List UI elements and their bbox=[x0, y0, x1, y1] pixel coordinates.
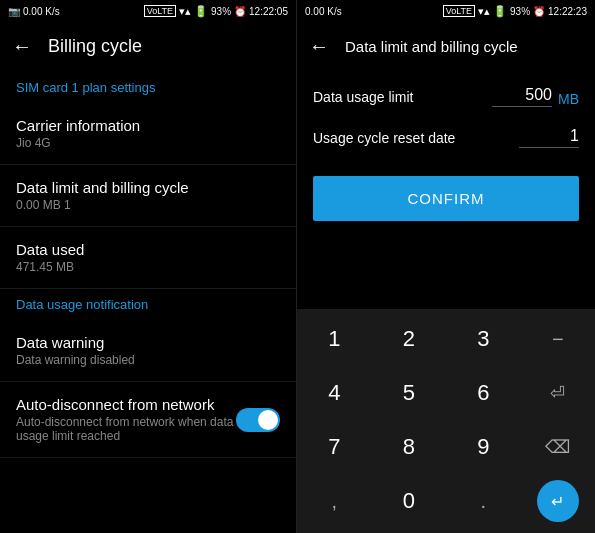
right-status-right: VoLTE ▾▴ 🔋 93% ⏰ 12:22:23 bbox=[443, 5, 587, 18]
carrier-information-subtitle: Jio 4G bbox=[16, 136, 280, 150]
numpad-key-enter-bottom[interactable]: ↵ bbox=[523, 475, 593, 527]
data-usage-limit-unit: MB bbox=[558, 91, 579, 107]
confirm-button[interactable]: CONFIRM bbox=[313, 176, 579, 221]
video-icon: 📷 bbox=[8, 6, 20, 17]
right-header: ← Data limit and billing cycle bbox=[297, 22, 595, 70]
data-limit-billing-title: Data limit and billing cycle bbox=[16, 179, 280, 196]
left-back-button[interactable]: ← bbox=[12, 35, 32, 58]
usage-cycle-reset-input[interactable] bbox=[519, 127, 579, 148]
numpad-key-6[interactable]: 6 bbox=[448, 367, 518, 419]
auto-disconnect-item: Auto-disconnect from network Auto-discon… bbox=[0, 382, 296, 458]
auto-disconnect-title: Auto-disconnect from network bbox=[16, 396, 236, 413]
numpad-key-minus[interactable]: − bbox=[523, 313, 593, 365]
data-limit-billing-item[interactable]: Data limit and billing cycle 0.00 MB 1 bbox=[0, 165, 296, 227]
numpad-row-4: , 0 . ↵ bbox=[297, 475, 595, 527]
numpad-key-enter-top[interactable]: ⏎ bbox=[523, 367, 593, 419]
left-status-speed: 📷 0.00 K/s bbox=[8, 6, 60, 17]
data-usage-limit-row: Data usage limit MB bbox=[313, 86, 579, 107]
data-usage-limit-input[interactable] bbox=[492, 86, 552, 107]
carrier-information-item[interactable]: Carrier information Jio 4G bbox=[0, 103, 296, 165]
numpad-key-backspace[interactable]: ⌫ bbox=[523, 421, 593, 473]
usage-cycle-reset-input-group bbox=[519, 127, 579, 148]
right-status-bar: 0.00 K/s VoLTE ▾▴ 🔋 93% ⏰ 12:22:23 bbox=[297, 0, 595, 22]
right-signal-icon: ▾▴ bbox=[478, 5, 490, 18]
signal-icon: ▾▴ bbox=[179, 5, 191, 18]
numpad-row-3: 7 8 9 ⌫ bbox=[297, 421, 595, 473]
numpad-key-3[interactable]: 3 bbox=[448, 313, 518, 365]
numpad-key-1[interactable]: 1 bbox=[299, 313, 369, 365]
right-panel: 0.00 K/s VoLTE ▾▴ 🔋 93% ⏰ 12:22:23 ← Dat… bbox=[297, 0, 595, 533]
right-battery-icon: 🔋 bbox=[493, 5, 507, 18]
auto-disconnect-subtitle: Auto-disconnect from network when data u… bbox=[16, 415, 236, 443]
right-status-speed: 0.00 K/s bbox=[305, 6, 342, 17]
data-used-title: Data used bbox=[16, 241, 280, 258]
data-warning-title: Data warning bbox=[16, 334, 280, 351]
numpad-key-comma[interactable]: , bbox=[299, 475, 369, 527]
right-back-button[interactable]: ← bbox=[309, 35, 329, 58]
clock-icon: ⏰ bbox=[234, 6, 246, 17]
numpad-key-4[interactable]: 4 bbox=[299, 367, 369, 419]
sim-label: SIM card 1 plan settings bbox=[0, 70, 296, 103]
left-status-right: VoLTE ▾▴ 🔋 93% ⏰ 12:22:05 bbox=[144, 5, 288, 18]
usage-cycle-reset-row: Usage cycle reset date bbox=[313, 127, 579, 148]
numpad-key-7[interactable]: 7 bbox=[299, 421, 369, 473]
numpad-key-2[interactable]: 2 bbox=[374, 313, 444, 365]
auto-disconnect-toggle[interactable] bbox=[236, 408, 280, 432]
data-usage-limit-input-group: MB bbox=[492, 86, 579, 107]
numpad-key-5[interactable]: 5 bbox=[374, 367, 444, 419]
left-content: SIM card 1 plan settings Carrier informa… bbox=[0, 70, 296, 533]
numpad-enter-button[interactable]: ↵ bbox=[537, 480, 579, 522]
data-warning-subtitle: Data warning disabled bbox=[16, 353, 280, 367]
left-header: ← Billing cycle bbox=[0, 22, 296, 70]
data-used-item[interactable]: Data used 471.45 MB bbox=[0, 227, 296, 289]
left-page-title: Billing cycle bbox=[48, 36, 142, 57]
numpad-key-9[interactable]: 9 bbox=[448, 421, 518, 473]
data-usage-notification-label: Data usage notification bbox=[0, 289, 296, 320]
right-clock-icon: ⏰ bbox=[533, 6, 545, 17]
carrier-information-title: Carrier information bbox=[16, 117, 280, 134]
right-page-title: Data limit and billing cycle bbox=[345, 38, 518, 55]
battery-icon: 🔋 bbox=[194, 5, 208, 18]
data-usage-limit-label: Data usage limit bbox=[313, 89, 492, 105]
numpad: 1 2 3 − 4 5 6 ⏎ 7 8 9 ⌫ , 0 . ↵ bbox=[297, 309, 595, 533]
numpad-row-1: 1 2 3 − bbox=[297, 313, 595, 365]
numpad-row-2: 4 5 6 ⏎ bbox=[297, 367, 595, 419]
left-status-bar: 📷 0.00 K/s VoLTE ▾▴ 🔋 93% ⏰ 12:22:05 bbox=[0, 0, 296, 22]
numpad-key-8[interactable]: 8 bbox=[374, 421, 444, 473]
usage-cycle-reset-label: Usage cycle reset date bbox=[313, 130, 519, 146]
data-warning-item[interactable]: Data warning Data warning disabled bbox=[0, 320, 296, 382]
numpad-key-0[interactable]: 0 bbox=[374, 475, 444, 527]
numpad-key-period[interactable]: . bbox=[448, 475, 518, 527]
right-content: Data usage limit MB Usage cycle reset da… bbox=[297, 70, 595, 309]
data-limit-billing-subtitle: 0.00 MB 1 bbox=[16, 198, 280, 212]
left-panel: 📷 0.00 K/s VoLTE ▾▴ 🔋 93% ⏰ 12:22:05 ← B… bbox=[0, 0, 297, 533]
data-used-subtitle: 471.45 MB bbox=[16, 260, 280, 274]
